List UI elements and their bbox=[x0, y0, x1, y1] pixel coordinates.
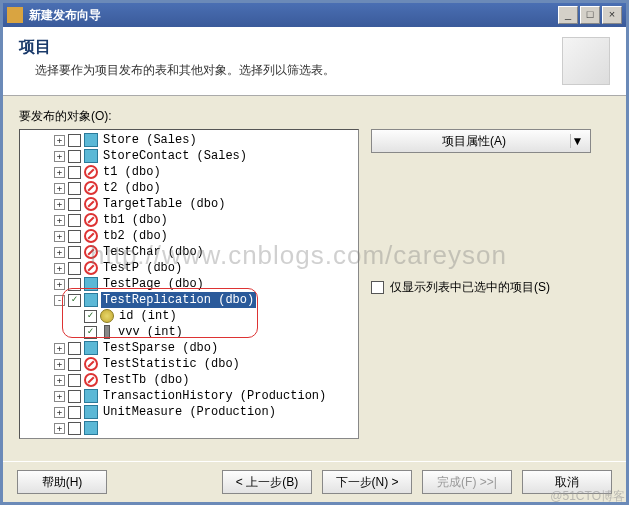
tree-node[interactable]: +StoreContact (Sales) bbox=[22, 148, 356, 164]
expand-icon[interactable]: + bbox=[54, 151, 65, 162]
tree-node[interactable]: vvv (int) bbox=[22, 324, 356, 340]
tree-node-label: TargetTable (dbo) bbox=[101, 196, 227, 212]
expand-icon[interactable]: + bbox=[54, 231, 65, 242]
table-icon bbox=[84, 421, 98, 435]
show-only-checked-checkbox[interactable] bbox=[371, 281, 384, 294]
tree-checkbox[interactable] bbox=[68, 214, 81, 227]
tree-checkbox[interactable] bbox=[84, 326, 97, 339]
tree-checkbox[interactable] bbox=[68, 358, 81, 371]
tree-node[interactable]: id (int) bbox=[22, 308, 356, 324]
expand-icon[interactable]: + bbox=[54, 215, 65, 226]
tree-checkbox[interactable] bbox=[68, 246, 81, 259]
tree-checkbox[interactable] bbox=[84, 310, 97, 323]
chevron-down-icon: ▼ bbox=[570, 134, 584, 148]
expand-icon[interactable]: + bbox=[54, 199, 65, 210]
help-button[interactable]: 帮助(H) bbox=[17, 470, 107, 494]
content-area: 要发布的对象(O): +Store (Sales)+StoreContact (… bbox=[3, 96, 626, 461]
expand-icon[interactable]: + bbox=[54, 391, 65, 402]
back-button[interactable]: < 上一步(B) bbox=[222, 470, 312, 494]
table-icon bbox=[84, 341, 98, 355]
tree-node[interactable]: +TestSparse (dbo) bbox=[22, 340, 356, 356]
tree-checkbox[interactable] bbox=[68, 230, 81, 243]
tree-checkbox[interactable] bbox=[68, 198, 81, 211]
close-button[interactable]: × bbox=[602, 6, 622, 24]
tree-checkbox[interactable] bbox=[68, 374, 81, 387]
tree-node[interactable]: -TestReplication (dbo) bbox=[22, 292, 356, 308]
tree-checkbox[interactable] bbox=[68, 406, 81, 419]
expand-icon[interactable]: + bbox=[54, 183, 65, 194]
article-properties-button[interactable]: 项目属性(A) ▼ bbox=[371, 129, 591, 153]
tree-checkbox[interactable] bbox=[68, 390, 81, 403]
tree-checkbox[interactable] bbox=[68, 342, 81, 355]
tree-node[interactable]: +TestStatistic (dbo) bbox=[22, 356, 356, 372]
expand-icon[interactable]: + bbox=[54, 263, 65, 274]
page-subtitle: 选择要作为项目发布的表和其他对象。选择列以筛选表。 bbox=[35, 62, 554, 79]
tree-checkbox[interactable] bbox=[68, 262, 81, 275]
tree-node[interactable]: +TransactionHistory (Production) bbox=[22, 388, 356, 404]
blocked-icon bbox=[84, 229, 98, 243]
table-icon bbox=[84, 389, 98, 403]
tree-checkbox[interactable] bbox=[68, 182, 81, 195]
tree-node[interactable]: + bbox=[22, 420, 356, 436]
tree-node[interactable]: +tb2 (dbo) bbox=[22, 228, 356, 244]
tree-checkbox[interactable] bbox=[68, 422, 81, 435]
finish-button: 完成(F) >>| bbox=[422, 470, 512, 494]
tree-node-label: t2 (dbo) bbox=[101, 180, 163, 196]
tree-checkbox[interactable] bbox=[68, 294, 81, 307]
expand-icon[interactable]: + bbox=[54, 375, 65, 386]
table-icon bbox=[84, 277, 98, 291]
tree-node-label: TestTb (dbo) bbox=[101, 372, 191, 388]
tree-checkbox[interactable] bbox=[68, 150, 81, 163]
tree-node[interactable]: +TargetTable (dbo) bbox=[22, 196, 356, 212]
tree-checkbox[interactable] bbox=[68, 278, 81, 291]
tree-node-label: TestSparse (dbo) bbox=[101, 340, 220, 356]
expand-icon[interactable]: + bbox=[54, 407, 65, 418]
table-icon bbox=[84, 293, 98, 307]
blocked-icon bbox=[84, 261, 98, 275]
tree-node-label: UnitMeasure (Production) bbox=[101, 404, 278, 420]
tree-node[interactable]: +TestP (dbo) bbox=[22, 260, 356, 276]
tree-node[interactable]: +UnitMeasure (Production) bbox=[22, 404, 356, 420]
expand-icon[interactable]: + bbox=[54, 135, 65, 146]
blocked-icon bbox=[84, 213, 98, 227]
tree-checkbox[interactable] bbox=[68, 134, 81, 147]
tree-node[interactable]: +TestChar (dbo) bbox=[22, 244, 356, 260]
wizard-header: 项目 选择要作为项目发布的表和其他对象。选择列以筛选表。 bbox=[3, 27, 626, 96]
tree-node-label: TransactionHistory (Production) bbox=[101, 388, 328, 404]
tree-node[interactable]: +t2 (dbo) bbox=[22, 180, 356, 196]
next-button[interactable]: 下一步(N) > bbox=[322, 470, 412, 494]
maximize-button[interactable]: □ bbox=[580, 6, 600, 24]
tree-node[interactable]: +tb1 (dbo) bbox=[22, 212, 356, 228]
cancel-button[interactable]: 取消 bbox=[522, 470, 612, 494]
tree-checkbox[interactable] bbox=[68, 166, 81, 179]
tree-node-label: TestChar (dbo) bbox=[101, 244, 206, 260]
blocked-icon bbox=[84, 357, 98, 371]
wizard-footer: 帮助(H) < 上一步(B) 下一步(N) > 完成(F) >>| 取消 bbox=[3, 461, 626, 502]
tree-node-label: TestReplication (dbo) bbox=[101, 292, 256, 308]
tree-node[interactable]: +TestTb (dbo) bbox=[22, 372, 356, 388]
expand-icon[interactable]: + bbox=[54, 359, 65, 370]
expand-icon[interactable]: + bbox=[54, 423, 65, 434]
blocked-icon bbox=[84, 181, 98, 195]
tree-node[interactable]: +t1 (dbo) bbox=[22, 164, 356, 180]
expand-icon[interactable]: + bbox=[54, 247, 65, 258]
minimize-button[interactable]: _ bbox=[558, 6, 578, 24]
blocked-icon bbox=[84, 245, 98, 259]
show-only-checked-row[interactable]: 仅显示列表中已选中的项目(S) bbox=[371, 279, 610, 296]
expand-icon[interactable]: + bbox=[54, 279, 65, 290]
window-buttons: _ □ × bbox=[558, 6, 622, 24]
blocked-icon bbox=[84, 373, 98, 387]
tree-node-label: t1 (dbo) bbox=[101, 164, 163, 180]
tree-node-label: TestPage (dbo) bbox=[101, 276, 206, 292]
tree-node[interactable]: +TestPage (dbo) bbox=[22, 276, 356, 292]
expand-icon[interactable]: + bbox=[54, 343, 65, 354]
expand-icon[interactable]: + bbox=[54, 167, 65, 178]
tree-node-label: TestStatistic (dbo) bbox=[101, 356, 242, 372]
window-title: 新建发布向导 bbox=[29, 7, 558, 24]
wizard-window: 新建发布向导 _ □ × 项目 选择要作为项目发布的表和其他对象。选择列以筛选表… bbox=[0, 0, 629, 505]
tree-node-label: vvv (int) bbox=[116, 324, 185, 340]
tree-node-label: Store (Sales) bbox=[101, 132, 199, 148]
tree-node[interactable]: +Store (Sales) bbox=[22, 132, 356, 148]
collapse-icon[interactable]: - bbox=[54, 295, 65, 306]
objects-tree[interactable]: +Store (Sales)+StoreContact (Sales)+t1 (… bbox=[19, 129, 359, 439]
